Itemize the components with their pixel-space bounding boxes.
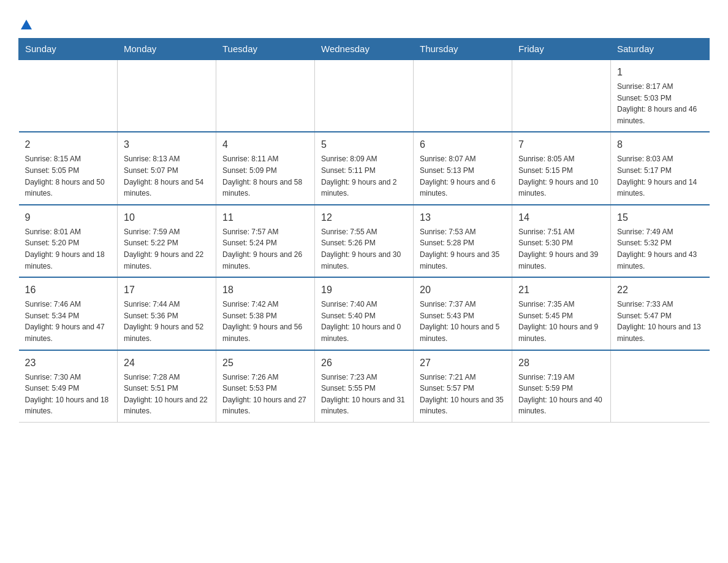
calendar-day-cell: 6Sunrise: 8:07 AMSunset: 5:13 PMDaylight… bbox=[414, 132, 512, 204]
calendar-day-cell bbox=[19, 59, 118, 132]
calendar-day-cell: 8Sunrise: 8:03 AMSunset: 5:17 PMDaylight… bbox=[611, 132, 710, 204]
day-info: Sunrise: 7:59 AMSunset: 5:22 PMDaylight:… bbox=[124, 226, 210, 272]
day-info: Sunrise: 8:13 AMSunset: 5:07 PMDaylight:… bbox=[124, 153, 210, 199]
calendar-day-cell: 2Sunrise: 8:15 AMSunset: 5:05 PMDaylight… bbox=[19, 132, 118, 204]
day-number: 17 bbox=[124, 283, 210, 297]
day-info: Sunrise: 7:37 AMSunset: 5:43 PMDaylight:… bbox=[420, 299, 506, 344]
day-number: 9 bbox=[25, 210, 112, 225]
day-number: 18 bbox=[222, 283, 308, 297]
calendar-day-cell bbox=[315, 59, 414, 132]
calendar-day-cell bbox=[611, 350, 710, 423]
day-info: Sunrise: 8:15 AMSunset: 5:05 PMDaylight:… bbox=[25, 153, 112, 199]
calendar-day-cell: 17Sunrise: 7:44 AMSunset: 5:36 PMDayligh… bbox=[118, 277, 216, 350]
calendar-day-cell: 22Sunrise: 7:33 AMSunset: 5:47 PMDayligh… bbox=[611, 277, 710, 350]
calendar-day-cell bbox=[118, 59, 216, 132]
calendar-day-cell: 7Sunrise: 8:05 AMSunset: 5:15 PMDaylight… bbox=[512, 132, 611, 204]
day-number: 11 bbox=[222, 210, 308, 225]
day-info: Sunrise: 8:11 AMSunset: 5:09 PMDaylight:… bbox=[222, 153, 308, 199]
calendar-day-cell: 28Sunrise: 7:19 AMSunset: 5:59 PMDayligh… bbox=[512, 350, 611, 423]
calendar-week-row: 2Sunrise: 8:15 AMSunset: 5:05 PMDaylight… bbox=[19, 132, 710, 204]
day-info: Sunrise: 8:05 AMSunset: 5:15 PMDaylight:… bbox=[518, 153, 604, 199]
day-info: Sunrise: 8:17 AMSunset: 5:03 PMDaylight:… bbox=[617, 81, 703, 126]
calendar-day-cell: 18Sunrise: 7:42 AMSunset: 5:38 PMDayligh… bbox=[216, 277, 315, 350]
day-number: 10 bbox=[124, 210, 210, 225]
day-header-friday: Friday bbox=[512, 39, 611, 60]
day-number: 6 bbox=[420, 137, 506, 152]
day-info: Sunrise: 7:19 AMSunset: 5:59 PMDaylight:… bbox=[518, 372, 604, 417]
day-info: Sunrise: 8:01 AMSunset: 5:20 PMDaylight:… bbox=[25, 226, 112, 272]
day-info: Sunrise: 8:09 AMSunset: 5:11 PMDaylight:… bbox=[321, 153, 407, 199]
calendar-day-cell: 9Sunrise: 8:01 AMSunset: 5:20 PMDaylight… bbox=[19, 205, 118, 277]
day-number: 12 bbox=[321, 210, 407, 225]
day-info: Sunrise: 8:03 AMSunset: 5:17 PMDaylight:… bbox=[617, 153, 703, 199]
day-number: 27 bbox=[420, 356, 506, 370]
day-number: 8 bbox=[617, 137, 703, 152]
calendar-week-row: 16Sunrise: 7:46 AMSunset: 5:34 PMDayligh… bbox=[19, 277, 710, 350]
day-info: Sunrise: 7:40 AMSunset: 5:40 PMDaylight:… bbox=[321, 299, 407, 344]
calendar-week-row: 1Sunrise: 8:17 AMSunset: 5:03 PMDaylight… bbox=[19, 59, 710, 132]
logo bbox=[18, 12, 34, 32]
day-number: 14 bbox=[518, 210, 604, 225]
day-number: 26 bbox=[321, 356, 407, 370]
day-info: Sunrise: 7:33 AMSunset: 5:47 PMDaylight:… bbox=[617, 299, 703, 344]
calendar-day-cell: 12Sunrise: 7:55 AMSunset: 5:26 PMDayligh… bbox=[315, 205, 414, 277]
logo-flag-icon bbox=[20, 18, 33, 32]
day-header-thursday: Thursday bbox=[414, 39, 512, 60]
day-number: 22 bbox=[617, 283, 703, 297]
day-info: Sunrise: 7:46 AMSunset: 5:34 PMDaylight:… bbox=[25, 299, 112, 344]
calendar-day-cell: 16Sunrise: 7:46 AMSunset: 5:34 PMDayligh… bbox=[19, 277, 118, 350]
day-number: 2 bbox=[25, 137, 112, 152]
day-header-monday: Monday bbox=[118, 39, 216, 60]
day-header-tuesday: Tuesday bbox=[216, 39, 315, 60]
calendar-day-cell: 4Sunrise: 8:11 AMSunset: 5:09 PMDaylight… bbox=[216, 132, 315, 204]
calendar-day-cell bbox=[216, 59, 315, 132]
day-number: 19 bbox=[321, 283, 407, 297]
calendar-table: SundayMondayTuesdayWednesdayThursdayFrid… bbox=[18, 38, 710, 423]
calendar-day-cell: 13Sunrise: 7:53 AMSunset: 5:28 PMDayligh… bbox=[414, 205, 512, 277]
day-header-sunday: Sunday bbox=[19, 39, 118, 60]
calendar-week-row: 23Sunrise: 7:30 AMSunset: 5:49 PMDayligh… bbox=[19, 350, 710, 423]
day-number: 28 bbox=[518, 356, 604, 370]
day-number: 3 bbox=[124, 137, 210, 152]
calendar-day-cell: 25Sunrise: 7:26 AMSunset: 5:53 PMDayligh… bbox=[216, 350, 315, 423]
day-number: 4 bbox=[222, 137, 308, 152]
day-number: 25 bbox=[222, 356, 308, 370]
day-info: Sunrise: 7:55 AMSunset: 5:26 PMDaylight:… bbox=[321, 226, 407, 272]
calendar-day-cell bbox=[414, 59, 512, 132]
day-number: 13 bbox=[420, 210, 506, 225]
day-info: Sunrise: 7:23 AMSunset: 5:55 PMDaylight:… bbox=[321, 372, 407, 417]
day-header-saturday: Saturday bbox=[611, 39, 710, 60]
calendar-day-cell: 15Sunrise: 7:49 AMSunset: 5:32 PMDayligh… bbox=[611, 205, 710, 277]
calendar-day-cell: 26Sunrise: 7:23 AMSunset: 5:55 PMDayligh… bbox=[315, 350, 414, 423]
day-number: 7 bbox=[518, 137, 604, 152]
calendar-day-cell: 20Sunrise: 7:37 AMSunset: 5:43 PMDayligh… bbox=[414, 277, 512, 350]
day-info: Sunrise: 7:30 AMSunset: 5:49 PMDaylight:… bbox=[25, 372, 112, 417]
calendar-day-cell bbox=[512, 59, 611, 132]
day-info: Sunrise: 7:49 AMSunset: 5:32 PMDaylight:… bbox=[617, 226, 703, 272]
day-number: 20 bbox=[420, 283, 506, 297]
day-info: Sunrise: 7:35 AMSunset: 5:45 PMDaylight:… bbox=[518, 299, 604, 344]
day-info: Sunrise: 7:51 AMSunset: 5:30 PMDaylight:… bbox=[518, 226, 604, 272]
day-info: Sunrise: 7:44 AMSunset: 5:36 PMDaylight:… bbox=[124, 299, 210, 344]
day-info: Sunrise: 7:26 AMSunset: 5:53 PMDaylight:… bbox=[222, 372, 308, 417]
calendar-day-cell: 19Sunrise: 7:40 AMSunset: 5:40 PMDayligh… bbox=[315, 277, 414, 350]
page-header bbox=[18, 12, 710, 32]
calendar-day-cell: 10Sunrise: 7:59 AMSunset: 5:22 PMDayligh… bbox=[118, 205, 216, 277]
day-info: Sunrise: 8:07 AMSunset: 5:13 PMDaylight:… bbox=[420, 153, 506, 199]
day-number: 23 bbox=[25, 356, 112, 370]
day-info: Sunrise: 7:21 AMSunset: 5:57 PMDaylight:… bbox=[420, 372, 506, 417]
calendar-day-cell: 23Sunrise: 7:30 AMSunset: 5:49 PMDayligh… bbox=[19, 350, 118, 423]
calendar-day-cell: 24Sunrise: 7:28 AMSunset: 5:51 PMDayligh… bbox=[118, 350, 216, 423]
day-number: 5 bbox=[321, 137, 407, 152]
day-info: Sunrise: 7:42 AMSunset: 5:38 PMDaylight:… bbox=[222, 299, 308, 344]
day-info: Sunrise: 7:28 AMSunset: 5:51 PMDaylight:… bbox=[124, 372, 210, 417]
calendar-day-cell: 3Sunrise: 8:13 AMSunset: 5:07 PMDaylight… bbox=[118, 132, 216, 204]
calendar-day-cell: 27Sunrise: 7:21 AMSunset: 5:57 PMDayligh… bbox=[414, 350, 512, 423]
calendar-day-cell: 5Sunrise: 8:09 AMSunset: 5:11 PMDaylight… bbox=[315, 132, 414, 204]
calendar-day-cell: 21Sunrise: 7:35 AMSunset: 5:45 PMDayligh… bbox=[512, 277, 611, 350]
calendar-day-cell: 11Sunrise: 7:57 AMSunset: 5:24 PMDayligh… bbox=[216, 205, 315, 277]
calendar-day-cell: 1Sunrise: 8:17 AMSunset: 5:03 PMDaylight… bbox=[611, 59, 710, 132]
day-number: 15 bbox=[617, 210, 703, 225]
svg-marker-0 bbox=[21, 20, 32, 29]
day-number: 24 bbox=[124, 356, 210, 370]
